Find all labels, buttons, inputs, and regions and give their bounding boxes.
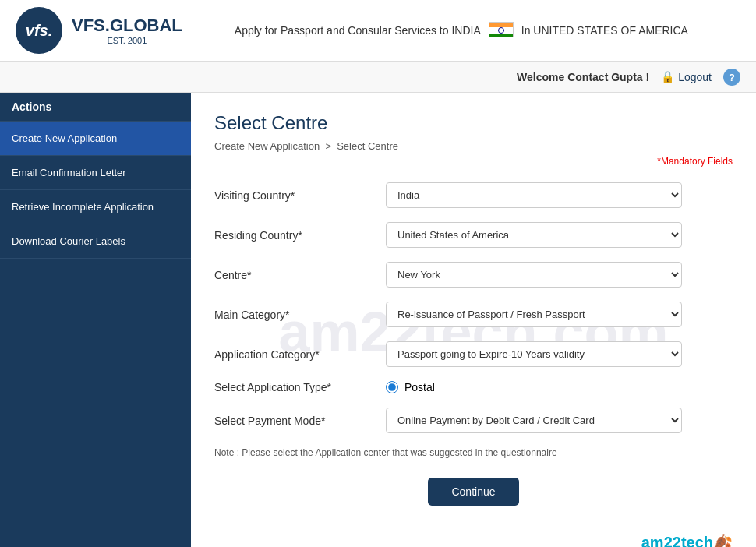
payment-mode-row: Select Payment Mode* Online Payment by D… (214, 408, 733, 433)
visiting-country-select[interactable]: India (386, 182, 682, 208)
sidebar-item-email-confirmation-letter[interactable]: Email Confirmation Letter (0, 156, 191, 190)
visiting-country-control: India (386, 182, 682, 208)
content-area: am22tech.com Select Centre Create New Ap… (191, 93, 756, 547)
centre-select[interactable]: New York San Francisco Chicago Washingto… (386, 262, 682, 288)
leaf-icon: 🍂 (713, 534, 733, 547)
vfs-logo: vfs. (16, 7, 62, 54)
welcome-bar: Welcome Contact Gupta ! 🔓 Logout ? (0, 62, 756, 93)
help-button[interactable]: ? (723, 69, 740, 86)
mandatory-note: *Mandatory Fields (214, 156, 733, 167)
brand-est: EST. 2001 (72, 36, 182, 45)
payment-mode-label: Select Payment Mode* (214, 415, 386, 427)
button-area: Continue (214, 466, 733, 506)
am22tech-brand: am22tech🍂 (641, 533, 733, 547)
sidebar-item-create-new-application[interactable]: Create New Application (0, 122, 191, 156)
india-flag (489, 22, 514, 40)
visiting-country-row: Visiting Country* India (214, 182, 733, 208)
sidebar-item-retrieve-incomplete-application[interactable]: Retrieve Incomplete Application (0, 190, 191, 224)
application-category-label: Application Category* (214, 348, 386, 361)
breadcrumb-current: Select Centre (337, 140, 398, 152)
application-type-row: Select Application Type* Postal (214, 381, 733, 393)
note-text: Note : Please select the Application cen… (214, 447, 733, 458)
application-category-row: Application Category* Passport going to … (214, 341, 733, 367)
centre-row: Centre* New York San Francisco Chicago W… (214, 262, 733, 288)
visiting-country-label: Visiting Country* (214, 189, 386, 202)
breadcrumb-separator: > (325, 140, 331, 152)
application-category-select[interactable]: Passport going to Expire-10 Years validi… (386, 341, 682, 367)
main-category-row: Main Category* Re-issuance of Passport /… (214, 302, 733, 327)
sidebar-header: Actions (0, 93, 191, 122)
application-type-control: Postal (386, 381, 682, 393)
brand-name: VFS.GLOBAL (72, 16, 182, 36)
select-centre-form: Visiting Country* India Residing Country… (214, 182, 733, 506)
welcome-text: Welcome Contact Gupta ! (517, 71, 649, 83)
residing-country-control: United States of America (386, 222, 682, 248)
application-type-label: Select Application Type* (214, 381, 386, 393)
main-category-select[interactable]: Re-issuance of Passport / Fresh Passport (386, 302, 682, 327)
breadcrumb-root: Create New Application (214, 140, 320, 152)
continue-button[interactable]: Continue (428, 478, 518, 506)
application-category-control: Passport going to Expire-10 Years validi… (386, 341, 682, 367)
sidebar-item-download-courier-labels[interactable]: Download Courier Labels (0, 224, 191, 259)
page-title: Select Centre (214, 112, 733, 134)
tech-text: tech (681, 534, 713, 547)
header: vfs. VFS.GLOBAL EST. 2001 Apply for Pass… (0, 0, 756, 62)
centre-label: Centre* (214, 269, 386, 281)
residing-country-select[interactable]: United States of America (386, 222, 682, 248)
centre-control: New York San Francisco Chicago Washingto… (386, 262, 682, 288)
residing-country-row: Residing Country* United States of Ameri… (214, 222, 733, 248)
logout-button[interactable]: 🔓 Logout (661, 71, 712, 83)
payment-mode-control: Online Payment by Debit Card / Credit Ca… (386, 408, 682, 433)
payment-mode-select[interactable]: Online Payment by Debit Card / Credit Ca… (386, 408, 682, 433)
application-type-radio-group: Postal (386, 381, 682, 393)
logo-area: vfs. VFS.GLOBAL EST. 2001 (16, 7, 182, 54)
main-category-control: Re-issuance of Passport / Fresh Passport (386, 302, 682, 327)
main-category-label: Main Category* (214, 309, 386, 321)
sidebar: Actions Create New Application Email Con… (0, 93, 191, 547)
header-tagline: Apply for Passport and Consular Services… (182, 22, 740, 40)
logout-icon: 🔓 (661, 71, 674, 83)
residing-country-label: Residing Country* (214, 229, 386, 242)
am22-text: am22 (641, 534, 681, 547)
breadcrumb: Create New Application > Select Centre (214, 140, 733, 152)
postal-label: Postal (404, 381, 435, 393)
postal-radio[interactable] (386, 381, 398, 393)
main-layout: Actions Create New Application Email Con… (0, 93, 756, 547)
